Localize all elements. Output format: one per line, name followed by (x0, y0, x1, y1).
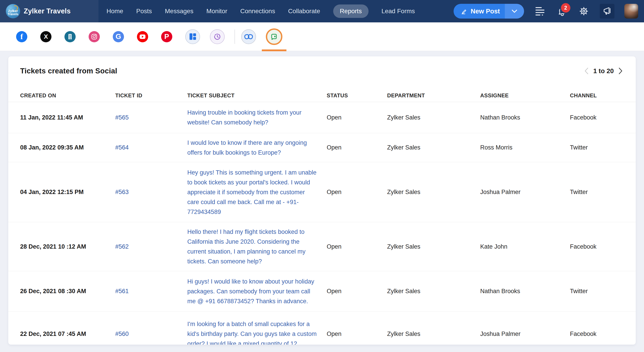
nav-item-posts[interactable]: Posts (136, 4, 152, 18)
youtube-channel-icon[interactable] (137, 31, 148, 42)
clock-icon (214, 33, 221, 40)
assignee-cell: Joshua Palmer (480, 189, 570, 196)
channel-cell: Twitter (570, 144, 623, 151)
assignee-cell: Joshua Palmer (480, 330, 570, 338)
nav-item-monitor[interactable]: Monitor (206, 4, 227, 18)
assignee-cell: Kate John (480, 243, 570, 250)
new-post-label: New Post (470, 8, 500, 15)
camera-icon (91, 34, 97, 40)
ticket-subject-link[interactable]: I'm looking for a batch of small cupcake… (187, 319, 317, 344)
ticket-id-link[interactable]: #562 (115, 243, 129, 250)
screen: Zylker Travels Zylker Travels Home Posts… (0, 0, 644, 352)
ticket-id-link[interactable]: #563 (115, 189, 129, 195)
building-icon (67, 34, 73, 40)
department-cell: Zylker Sales (387, 114, 480, 121)
channel-cell: Facebook (570, 243, 623, 250)
table-row: 04 Jan, 2022 12:15 PM #563 Hey guys! Thi… (8, 162, 636, 222)
ticket-subject-link[interactable]: Hey guys! This is something urgent. I am… (187, 168, 317, 217)
notifications-button[interactable]: 2 (556, 5, 568, 17)
created-on-cell: 04 Jan, 2022 12:15 PM (20, 189, 115, 196)
nav-item-lead-forms[interactable]: Lead Forms (382, 4, 415, 18)
status-cell: Open (327, 144, 387, 151)
table-row: 22 Dec, 2021 07 :45 AM #560 I'm looking … (8, 312, 636, 344)
ticket-id-link[interactable]: #560 (115, 330, 129, 337)
new-post-dropdown-button[interactable] (505, 4, 524, 18)
channel-cell: Twitter (570, 189, 623, 196)
status-cell: Open (327, 243, 387, 250)
instagram-channel-icon[interactable] (88, 31, 100, 42)
ticket-subject-link[interactable]: Hi guys! I would like to know about your… (187, 276, 317, 306)
brand-logo-icon: Zylker Travels (6, 4, 20, 18)
ticket-subject-link[interactable]: Hello there! I had my flight tickets boo… (187, 227, 317, 266)
column-assignee: ASSIGNEE (480, 92, 570, 99)
notification-badge: 2 (560, 2, 572, 14)
department-cell: Zylker Sales (387, 243, 480, 250)
list-icon (536, 7, 544, 16)
ticket-subject-link[interactable]: Having trouble in booking tickets from y… (187, 108, 317, 127)
megaphone-icon (602, 6, 612, 16)
brand[interactable]: Zylker Travels Zylker Travels (0, 0, 98, 22)
assignee-cell: Ross Morris (480, 144, 570, 151)
channel-cell: Facebook (570, 114, 623, 121)
nav-item-messages[interactable]: Messages (165, 4, 194, 18)
department-cell: Zylker Sales (387, 288, 480, 295)
x-twitter-channel-icon[interactable]: X (40, 31, 52, 42)
ticket-subject-link[interactable]: I would love to know if there are any on… (187, 138, 317, 158)
logo-text-bottom: Travels (8, 12, 18, 16)
pagination: 1 to 20 (584, 66, 623, 76)
assignee-cell: Nathan Brooks (480, 114, 570, 121)
column-ticket-subject: TICKET SUBJECT (187, 92, 327, 99)
settings-button[interactable] (578, 5, 590, 17)
created-on-cell: 26 Dec, 2021 08 :30 AM (20, 288, 115, 295)
channel-group-divider (234, 30, 235, 44)
ticket-id-link[interactable]: #561 (115, 288, 129, 294)
pagination-next-button[interactable] (618, 67, 623, 75)
infinity-rings-icon (244, 34, 253, 40)
announcements-button[interactable] (600, 4, 614, 18)
linkedin-company-channel-icon[interactable] (64, 31, 76, 42)
status-cell: Open (327, 330, 387, 338)
new-post-button[interactable]: New Post (454, 4, 505, 18)
pagination-range: 1 to 20 (593, 67, 614, 75)
activity-list-button[interactable] (534, 5, 546, 17)
zoho-desk-channel-icon[interactable] (266, 28, 282, 45)
pinterest-channel-icon[interactable]: P (161, 31, 172, 42)
page-title: Tickets created from Social (20, 66, 623, 76)
created-on-cell: 11 Jan, 2022 11:45 AM (20, 114, 115, 121)
google-business-channel-icon[interactable]: G (113, 31, 124, 42)
channel-cell: Twitter (570, 288, 623, 295)
column-status: STATUS (327, 92, 387, 99)
table-header-row: CREATED ON TICKET ID TICKET SUBJECT STAT… (8, 89, 636, 102)
history-clock-channel-icon[interactable] (210, 29, 225, 44)
pagination-prev-button[interactable] (584, 67, 589, 75)
facebook-channel-icon[interactable]: f (16, 31, 27, 42)
page-content: Tickets created from Social 1 to 20 CREA… (0, 51, 644, 352)
card-header: Tickets created from Social 1 to 20 (20, 66, 623, 76)
table-row: 11 Jan, 2022 11:45 AM #565 Having troubl… (8, 102, 636, 133)
new-post-group: New Post (454, 4, 524, 18)
nav-item-home[interactable]: Home (106, 4, 123, 18)
nav-right-cluster: New Post 2 (454, 0, 644, 22)
nav-item-connections[interactable]: Connections (240, 4, 275, 18)
play-icon (140, 34, 146, 39)
user-avatar[interactable] (624, 4, 638, 18)
table-row: 26 Dec, 2021 08 :30 AM #561 Hi guys! I w… (8, 271, 636, 312)
table-row: 28 Dec, 2021 10 :12 AM #562 Hello there!… (8, 222, 636, 271)
nav-item-collaborate[interactable]: Collaborate (288, 4, 320, 18)
nav-item-reports[interactable]: Reports (333, 4, 368, 18)
table-row: 08 Jan, 2022 09:35 AM #564 I would love … (8, 133, 636, 162)
grid-icon (190, 33, 196, 40)
status-cell: Open (327, 288, 387, 295)
ticket-id-link[interactable]: #564 (115, 144, 129, 151)
pencil-icon (460, 8, 468, 15)
chevron-down-icon (512, 10, 517, 13)
zoho-crm-channel-icon[interactable] (241, 29, 256, 44)
created-on-cell: 22 Dec, 2021 07 :45 AM (20, 330, 115, 338)
top-nav: Zylker Travels Zylker Travels Home Posts… (0, 0, 644, 22)
created-on-cell: 08 Jan, 2022 09:35 AM (20, 144, 115, 151)
gear-icon (578, 6, 590, 17)
layout-grid-channel-icon[interactable] (185, 29, 200, 44)
column-channel: CHANNEL (570, 92, 623, 99)
report-card: Tickets created from Social 1 to 20 CREA… (8, 56, 636, 344)
ticket-id-link[interactable]: #565 (115, 114, 129, 121)
